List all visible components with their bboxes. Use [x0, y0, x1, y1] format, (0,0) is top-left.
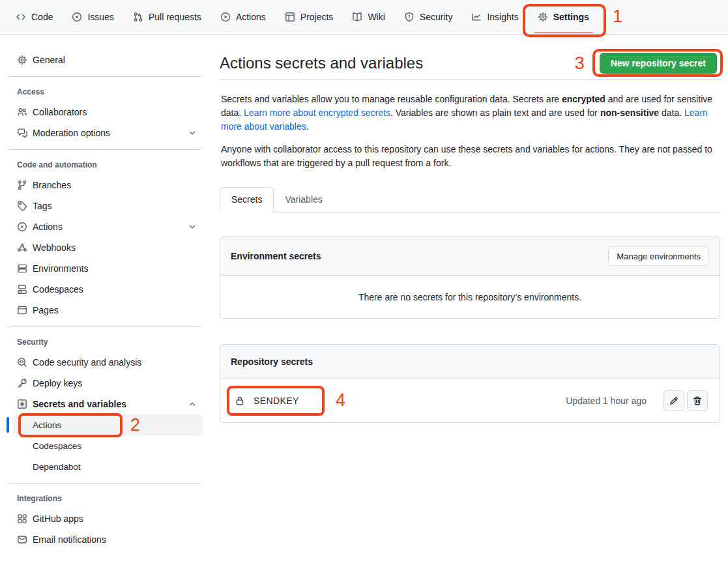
sidebar-item-label: Actions — [33, 222, 63, 232]
nav-tab-label: Actions — [236, 12, 266, 22]
issue-opened-icon — [72, 12, 82, 22]
nav-tab-security[interactable]: Security — [398, 7, 459, 27]
tab-secrets[interactable]: Secrets — [220, 187, 274, 212]
lock-icon — [235, 396, 245, 406]
sidebar-item-deploy-keys[interactable]: Deploy keys — [0, 373, 209, 394]
webhook-icon — [17, 242, 27, 253]
sidebar-item-moderation-options[interactable]: Moderation options — [0, 123, 209, 143]
main-content: Actions secrets and variables New reposi… — [220, 35, 720, 423]
edit-secret-button[interactable] — [663, 390, 684, 411]
annotation-digit-3: 3 — [575, 55, 585, 72]
browser-icon — [17, 305, 27, 315]
emphasis-encrypted: encrypted — [562, 94, 605, 104]
emphasis-non-sensitive: non-sensitive — [600, 108, 659, 118]
sidebar-item-label: Collaborators — [33, 107, 87, 117]
sidebar-item-webhooks[interactable]: Webhooks — [0, 237, 209, 258]
people-icon — [17, 107, 27, 117]
chevron-up-icon — [188, 400, 196, 408]
sidebar-subitem-codespaces[interactable]: Codespaces — [13, 435, 203, 456]
link-encrypted-secrets[interactable]: Learn more about encrypted secrets — [244, 108, 390, 118]
chevron-down-icon — [188, 223, 196, 231]
repo-nav: Code Issues Pull requests Actions Projec… — [0, 0, 728, 35]
sidebar-item-label: Deploy keys — [33, 378, 82, 388]
nav-tab-code[interactable]: Code — [9, 7, 59, 27]
tab-variables[interactable]: Variables — [274, 188, 333, 212]
secrets-variables-tabs: Secrets Variables — [220, 187, 720, 212]
sidebar-subitem-actions[interactable]: Actions 2 — [13, 414, 203, 435]
trash-icon — [692, 396, 703, 406]
sidebar-item-label: General — [33, 55, 65, 65]
shield-icon — [404, 12, 415, 22]
sidebar-item-label: Actions — [33, 420, 61, 430]
sidebar-section-access: Access — [0, 85, 209, 98]
annotation-digit-2: 2 — [130, 416, 140, 434]
sidebar-item-label: Codespaces — [33, 284, 83, 295]
sidebar-item-pages[interactable]: Pages — [0, 300, 209, 321]
nav-tab-label: Wiki — [368, 12, 385, 22]
gear-icon — [17, 55, 27, 65]
nav-tab-pull-requests[interactable]: Pull requests — [126, 7, 208, 27]
nav-tab-wiki[interactable]: Wiki — [345, 7, 391, 27]
repository-secrets-title: Repository secrets — [231, 356, 313, 367]
sidebar-section-integrations: Integrations — [0, 492, 209, 505]
sidebar-item-branches[interactable]: Branches — [0, 175, 209, 196]
intro-paragraph: Secrets and variables allow you to manag… — [221, 93, 716, 134]
table-icon — [285, 12, 295, 22]
nav-tab-insights[interactable]: Insights — [465, 7, 525, 27]
sidebar-item-label: Codespaces — [33, 441, 81, 451]
sidebar-subitem-dependabot[interactable]: Dependabot — [13, 456, 203, 477]
sidebar-section-security: Security — [0, 336, 209, 349]
sidebar-item-secrets-and-variables[interactable]: Secrets and variables — [0, 394, 209, 414]
sidebar-item-label: Secrets and variables — [33, 399, 126, 409]
delete-secret-button[interactable] — [687, 390, 708, 411]
sidebar-item-label: Tags — [33, 201, 52, 211]
new-repository-secret-button[interactable]: New repository secret 3 — [600, 53, 717, 74]
manage-environments-button[interactable]: Manage environments — [608, 246, 709, 266]
environment-secrets-title: Environment secrets — [231, 251, 321, 261]
sidebar-item-tags[interactable]: Tags — [0, 196, 209, 216]
nav-tab-label: Insights — [487, 12, 518, 22]
sidebar-item-collaborators[interactable]: Collaborators — [0, 102, 209, 123]
nav-tab-projects[interactable]: Projects — [278, 7, 340, 27]
environment-secrets-box: Environment secrets Manage environments … — [220, 237, 720, 319]
sidebar-item-github-apps[interactable]: GitHub apps — [0, 508, 209, 529]
sidebar-item-environments[interactable]: Environments — [0, 258, 209, 279]
sidebar-item-email-notifications[interactable]: Email notifications — [0, 529, 209, 550]
sidebar-item-label: GitHub apps — [33, 514, 83, 524]
sidebar-item-label: Dependabot — [33, 462, 81, 472]
comment-discussion-icon — [17, 128, 27, 138]
sidebar-item-label: Webhooks — [33, 242, 76, 253]
environment-secrets-header: Environment secrets Manage environments — [220, 237, 720, 276]
git-branch-icon — [17, 180, 27, 190]
sidebar-item-codespaces[interactable]: Codespaces — [0, 279, 209, 300]
apps-icon — [17, 514, 27, 524]
sidebar-item-code-security[interactable]: Code security and analysis — [0, 352, 209, 373]
secret-row: SENDKEY 4 Updated 1 hour ago — [220, 379, 720, 422]
settings-sidebar: General Access Collaborators Moderation … — [0, 35, 209, 550]
divider — [8, 76, 201, 77]
pencil-icon — [669, 396, 679, 406]
access-note-paragraph: Anyone with collaborator access to this … — [221, 143, 716, 170]
sidebar-item-actions[interactable]: Actions — [0, 216, 209, 237]
codespaces-icon — [17, 284, 27, 295]
nav-tab-actions[interactable]: Actions — [214, 7, 272, 27]
nav-tab-label: Settings — [553, 12, 589, 22]
nav-tab-label: Projects — [300, 12, 334, 22]
repository-secrets-header: Repository secrets — [220, 345, 720, 379]
sidebar-item-label: Environments — [33, 263, 89, 274]
annotation-digit-4: 4 — [336, 392, 345, 409]
nav-tab-settings[interactable]: Settings 1 — [531, 7, 596, 27]
page-header: Actions secrets and variables New reposi… — [220, 35, 720, 80]
nav-tab-issues[interactable]: Issues — [65, 7, 120, 27]
divider — [8, 326, 201, 327]
key-asterisk-icon — [17, 399, 27, 409]
secret-updated-text: Updated 1 hour ago — [566, 396, 647, 406]
git-pull-request-icon — [133, 12, 143, 22]
annotation-digit-1: 1 — [613, 8, 622, 25]
sidebar-item-label: Code security and analysis — [33, 357, 141, 368]
secret-name: SENDKEY — [254, 396, 299, 406]
book-icon — [352, 12, 362, 22]
sidebar-item-label: Moderation options — [33, 128, 110, 138]
environment-secrets-empty-message: There are no secrets for this repository… — [220, 276, 720, 318]
sidebar-item-general[interactable]: General — [0, 50, 209, 70]
